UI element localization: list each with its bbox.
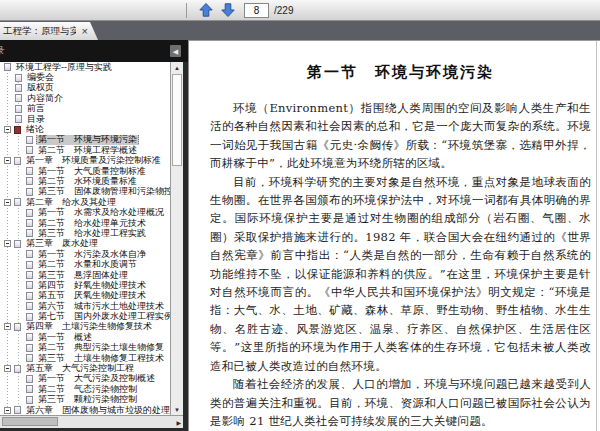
bookmark-icon bbox=[14, 126, 21, 134]
collapse-expander-icon[interactable] bbox=[4, 157, 11, 164]
bookmark-label: 第五节 厌氧生物处理技术 bbox=[36, 291, 148, 301]
document-page: 第一节 环境与环境污染 环境（Environment）指围绕人类周围的空间及影响… bbox=[188, 41, 600, 431]
bookmark-icon bbox=[15, 74, 22, 82]
bookmark-item[interactable]: 第四章 土壤污染生物修复技术 bbox=[0, 322, 170, 332]
bookmark-item[interactable]: 第三节 土壤生物修复工程技术 bbox=[0, 353, 170, 363]
bookmark-label: 第四节 好氧生物处理技术 bbox=[36, 280, 148, 290]
bookmark-item[interactable]: 绪论 bbox=[0, 124, 170, 134]
arrow-up-icon bbox=[199, 3, 213, 17]
collapse-panel-icon[interactable]: ◀ bbox=[170, 45, 181, 57]
bookmark-item[interactable]: 第二节 水环境质量标准 bbox=[0, 176, 170, 186]
bookmark-item[interactable]: 第一节 大气污染及控制概述 bbox=[0, 374, 170, 384]
vertical-scrollbar[interactable]: ▲ ▼ bbox=[170, 62, 183, 415]
collapse-expander-icon[interactable] bbox=[4, 126, 11, 133]
bookmark-icon bbox=[15, 84, 22, 92]
bookmark-label: 第六节 城市污水土地处理技术 bbox=[36, 301, 166, 311]
document-tab[interactable]: 工程学：原理与实践]... × bbox=[0, 22, 98, 40]
bookmark-icon bbox=[14, 406, 21, 414]
bookmark-icon bbox=[26, 177, 33, 185]
panel-header-label: 录 bbox=[0, 44, 5, 58]
bookmark-item[interactable]: 第五节 厌氧生物处理技术 bbox=[0, 291, 170, 301]
bookmark-item[interactable]: 第七节 国内外废水处理工程实例 bbox=[0, 311, 170, 321]
bookmark-icon bbox=[14, 323, 21, 331]
bookmark-icon bbox=[26, 229, 33, 237]
page-total-label: /229 bbox=[274, 5, 293, 16]
bookmark-label: 前言 bbox=[25, 104, 47, 114]
bookmark-item[interactable]: 第五章 大气污染控制工程 bbox=[0, 363, 170, 373]
bookmarks-panel: 录 ◀ 环境工程学--原理与实践编委会版权页内容简介前言目录绪论第一节 环境与环… bbox=[0, 40, 188, 431]
bookmark-icon bbox=[26, 292, 33, 300]
bookmark-label: 第三节 固体废物管理和污染物控制 bbox=[36, 187, 170, 197]
bookmark-item[interactable]: 第二节 给水处理单元技术 bbox=[0, 218, 170, 228]
bookmark-item[interactable]: 第二节 水量和水质调节 bbox=[0, 259, 170, 269]
bookmark-icon bbox=[14, 365, 21, 373]
bookmark-label: 第二节 典型污染土壤生物修复 bbox=[36, 343, 166, 353]
bookmark-item[interactable]: 第六章 固体废物与城市垃圾的处理与 bbox=[0, 405, 170, 415]
bookmark-item[interactable]: 第一节 概述 bbox=[0, 332, 170, 342]
bookmark-item[interactable]: 第二章 给水及其处理 bbox=[0, 197, 170, 207]
bookmark-item[interactable]: 第三节 给水处理工程实践 bbox=[0, 228, 170, 238]
bookmark-label: 第三节 土壤生物修复工程技术 bbox=[36, 353, 166, 363]
bookmarks-panel-header: 录 ◀ bbox=[0, 40, 188, 62]
toolbar-separator bbox=[186, 3, 187, 18]
bookmark-item[interactable]: 第二节 典型污染土壤生物修复 bbox=[0, 343, 170, 353]
bookmark-label: 第二节 给水处理单元技术 bbox=[36, 218, 148, 228]
bookmark-icon bbox=[26, 396, 33, 404]
document-view[interactable]: 第一节 环境与环境污染 环境（Environment）指围绕人类周围的空间及影响… bbox=[188, 40, 600, 431]
bookmark-item[interactable]: 第一章 环境质量及污染控制标准 bbox=[0, 156, 170, 166]
bookmark-label: 第一节 大气污染及控制概述 bbox=[36, 374, 157, 384]
section-title: 第一节 环境与环境污染 bbox=[210, 63, 591, 82]
bookmark-item[interactable]: 第三节 固体废物管理和污染物控制 bbox=[0, 187, 170, 197]
previous-page-button[interactable] bbox=[197, 1, 215, 19]
horizontal-scrollbar-thumb[interactable] bbox=[2, 417, 58, 426]
bookmark-item[interactable]: 第三节 颗粒污染物控制 bbox=[0, 395, 170, 405]
bookmark-label: 第三节 给水处理工程实践 bbox=[36, 228, 148, 238]
bookmark-item[interactable]: 第一节 环境与环境污染 bbox=[0, 135, 170, 145]
bookmark-item[interactable]: 环境工程学--原理与实践 bbox=[0, 62, 170, 72]
scroll-right-icon[interactable]: ▶ bbox=[176, 418, 181, 427]
bookmark-label: 第一节 环境与环境污染 bbox=[36, 135, 139, 145]
page-number-input[interactable] bbox=[244, 3, 269, 18]
bookmark-item[interactable]: 版权页 bbox=[0, 83, 170, 93]
tab-label: 工程学：原理与实践]... bbox=[3, 25, 76, 38]
scroll-up-icon[interactable]: ▲ bbox=[174, 63, 180, 72]
bookmark-icon bbox=[26, 271, 33, 279]
bookmark-label: 第二节 气态污染物控制 bbox=[36, 384, 139, 394]
bookmark-item[interactable]: 第一节 水污染及水体自净 bbox=[0, 249, 170, 259]
bookmark-label: 第二节 环境工程学概述 bbox=[36, 145, 139, 155]
bookmark-item[interactable]: 编委会 bbox=[0, 72, 170, 82]
bookmark-item[interactable]: 内容简介 bbox=[0, 93, 170, 103]
bookmark-label: 版权页 bbox=[25, 83, 56, 93]
collapse-expander-icon[interactable] bbox=[4, 199, 11, 206]
vertical-scrollbar-thumb[interactable] bbox=[172, 74, 182, 166]
bookmark-item[interactable]: 第三节 悬浮固体处理 bbox=[0, 270, 170, 280]
collapse-expander-icon[interactable] bbox=[4, 365, 11, 372]
bookmark-label: 第四章 土壤污染生物修复技术 bbox=[24, 322, 154, 332]
arrow-down-icon bbox=[221, 3, 235, 17]
bookmark-item[interactable]: 第一节 大气质量控制标准 bbox=[0, 166, 170, 176]
collapse-expander-icon[interactable] bbox=[4, 323, 11, 330]
bookmark-item[interactable]: 第二节 环境工程学概述 bbox=[0, 145, 170, 155]
bookmark-label: 第一章 环境质量及污染控制标准 bbox=[24, 156, 163, 166]
bookmark-item[interactable]: 第六节 城市污水土地处理技术 bbox=[0, 301, 170, 311]
bookmark-icon bbox=[26, 167, 33, 175]
bookmark-label: 第三节 悬浮固体处理 bbox=[36, 270, 130, 280]
bookmark-item[interactable]: 第三章 废水处理 bbox=[0, 239, 170, 249]
bookmark-item[interactable]: 第一节 水需求及给水处理概况 bbox=[0, 207, 170, 217]
bookmark-icon bbox=[26, 344, 33, 352]
tab-close-icon[interactable]: × bbox=[82, 26, 88, 37]
bookmark-item[interactable]: 第二节 气态污染物控制 bbox=[0, 384, 170, 394]
collapse-expander-icon[interactable] bbox=[4, 240, 11, 247]
bookmark-item[interactable]: 前言 bbox=[0, 104, 170, 114]
bookmark-icon bbox=[26, 261, 33, 269]
collapse-expander-icon[interactable] bbox=[4, 407, 11, 414]
document-paragraphs: 环境（Environment）指围绕人类周围的空间及影响人类生产和生活的各种自然… bbox=[210, 99, 591, 431]
next-page-button[interactable] bbox=[219, 1, 237, 19]
scroll-down-icon[interactable]: ▼ bbox=[174, 405, 180, 414]
horizontal-scrollbar[interactable]: ▶ bbox=[0, 415, 183, 428]
bookmark-item[interactable]: 目录 bbox=[0, 114, 170, 124]
bookmark-item[interactable]: 第四节 好氧生物处理技术 bbox=[0, 280, 170, 290]
bookmark-icon bbox=[14, 157, 21, 165]
bookmark-icon bbox=[15, 105, 22, 113]
bookmark-icon bbox=[26, 354, 33, 362]
